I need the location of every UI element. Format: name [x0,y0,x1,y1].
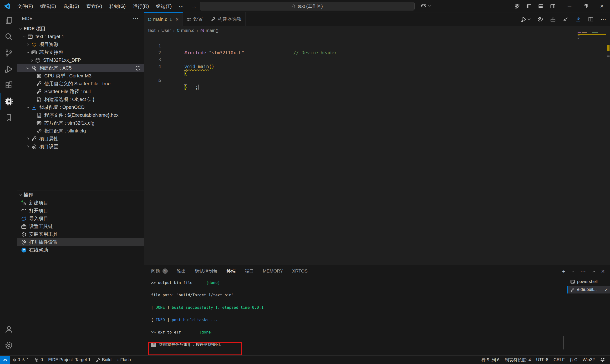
panel-tab-terminal[interactable]: 终端 [227,265,236,277]
restore-button[interactable] [578,0,594,13]
tree-item-use-custom-scatter[interactable]: 使用自定义的 Scatter File : true [17,80,144,88]
more-actions-icon[interactable]: ⋯ [600,16,607,23]
toggle-panel-icon[interactable] [538,3,544,9]
tree-item-program-file[interactable]: 程序文件 : ${ExecutableName}.hex [17,111,144,119]
split-editor-icon[interactable] [588,16,594,22]
minimize-button[interactable]: ─ [561,0,578,13]
activity-account[interactable] [0,321,17,337]
op-online-help[interactable]: 在线帮助 [17,246,144,254]
gear-icon[interactable] [537,16,543,22]
tree-item-project-attributes[interactable]: 项目属性 [17,135,144,143]
close-icon[interactable]: × [601,268,605,275]
tree-item-chip-support-pack[interactable]: 芯片支持包 [17,48,144,56]
terminal-item-eide-build[interactable]: eide.buil... ✓ [567,286,610,294]
op-open-plugin-settings[interactable]: 打开插件设置 [17,238,144,246]
menu-selection[interactable]: 选择(S) [60,2,83,11]
menu-terminal[interactable]: 终端(T) [153,2,175,11]
tree-item-interface-config[interactable]: 接口配置 : stlink.cfg [17,127,144,135]
panel-tab-memory[interactable]: MEMORY [263,265,283,277]
notifications-bell[interactable] [597,356,608,364]
copilot-menu[interactable] [421,3,431,9]
flash-button[interactable]: ↓ Flash [114,356,133,364]
close-button[interactable]: × [594,0,610,13]
op-open-project[interactable]: 打开项目 [17,207,144,215]
breadcrumb-file[interactable]: C main.c [177,28,195,33]
toggle-sidebar-icon[interactable] [526,3,532,9]
problems-status[interactable]: ⊗ 0 ⚠ 1 [10,356,32,364]
breadcrumb-folder[interactable]: User [161,28,171,33]
tab-settings[interactable]: 设置 [183,13,207,26]
more-actions-icon[interactable]: ⋯ [580,268,586,275]
activity-search[interactable] [0,29,17,45]
op-install-utility[interactable]: 安装实用工具 [17,230,144,238]
terminal-scrollbar[interactable] [563,336,564,350]
chevron-down-icon[interactable] [571,270,574,273]
maximize-panel-icon[interactable] [592,270,596,273]
tab-main-c[interactable]: C main.c 1 × [144,13,183,26]
encoding-status[interactable]: UTF-8 [533,356,551,364]
tree-item-builder-options[interactable]: 构建器选项 : Object {...} [17,95,144,104]
op-new-project[interactable]: 新建项目 [17,199,144,207]
tree-section-operations[interactable]: 操作 [17,191,144,199]
activity-explorer[interactable] [0,13,17,29]
activity-run-debug[interactable] [0,61,17,77]
panel-tab-debug-console[interactable]: 调试控制台 [195,265,218,277]
eide-project-status[interactable]: EIDE Project: Target 1 [46,356,93,364]
tree-item-project-settings[interactable]: 项目设置 [17,143,144,151]
customize-layout-icon[interactable] [514,3,520,9]
debug-run-button[interactable] [520,16,531,22]
command-center-search[interactable]: text (工作区) [200,2,415,11]
tree-item-build-config[interactable]: 构建配置 : AC5 [17,64,144,72]
menu-run[interactable]: 运行(R) [129,2,153,11]
activity-eide[interactable] [0,93,17,110]
activity-extensions[interactable] [0,77,17,93]
switch-config-icon[interactable] [135,65,140,71]
platform-status[interactable]: Win32 [580,356,597,364]
ports-status[interactable]: 0 [32,356,46,364]
breadcrumb-symbol[interactable]: main() [200,28,219,33]
panel-tab-xrtos[interactable]: XRTOS [292,265,308,277]
eol-status[interactable]: CRLF [551,356,567,364]
terminal-output[interactable]: >> output bin file [done] file path: "bu… [151,280,566,354]
forward-icon[interactable]: → [191,3,197,10]
panel-tab-output[interactable]: 输出 [177,265,186,277]
terminal-item-powershell[interactable]: powershell [567,278,610,286]
tree-item-project-resources[interactable]: 项目资源 [17,40,144,48]
menu-goto[interactable]: 转到(G) [106,2,130,11]
tree-item-scatter-path[interactable]: Scatter File 路径 : null [17,88,144,95]
menu-file[interactable]: 文件(F) [14,2,37,11]
tab-builder-options[interactable]: 构建器选项 [207,13,246,26]
cursor-position-status[interactable]: 行 5, 列 6 [479,356,502,364]
text-cursor [198,85,198,90]
tree-item-flash-config[interactable]: 烧录配置 : OpenOCD [17,104,144,111]
tree-item-cpu-type[interactable]: CPU 类型 : Cortex-M3 [17,72,144,80]
tree-item-chip-config[interactable]: 芯片配置 : stm32f1x.cfg [17,119,144,127]
panel-tab-problems[interactable]: 问题 1 [151,265,168,277]
op-import-project[interactable]: 导入项目 [17,215,144,222]
clean-brush-icon[interactable] [563,16,569,22]
close-icon[interactable]: × [176,16,179,23]
toggle-secondary-sidebar-icon[interactable] [550,3,556,9]
breadcrumb-folder[interactable]: text [148,28,156,33]
build-button[interactable]: Build [93,356,114,364]
menu-view[interactable]: 查看(V) [83,2,106,11]
tree-item-project-target[interactable]: text : Target 1 [17,33,144,40]
code-editor[interactable]: 1 #include "stm32f10x.h" // Device heade… [144,35,610,77]
tree-section-eide-project[interactable]: EIDE 项目 [17,25,144,33]
indent-status[interactable]: 制表符长度: 4 [502,356,533,364]
activity-source-control[interactable] [0,45,17,61]
menu-edit[interactable]: 编辑(E) [37,2,60,11]
minimap[interactable] [578,32,606,63]
build-icon[interactable] [550,16,556,22]
activity-settings[interactable] [0,337,17,353]
more-actions-icon[interactable]: ⋯ [133,15,139,22]
op-setup-toolchain[interactable]: 设置工具链 [17,222,144,230]
tree-item-stm32f1xx-dfp[interactable]: STM32F1xx_DFP [17,56,144,64]
activity-bookmarks[interactable] [0,110,17,126]
language-status[interactable]: {} C [567,356,580,364]
back-icon[interactable]: ← [179,3,185,10]
new-terminal-icon[interactable]: + [562,268,565,275]
flash-download-icon[interactable] [575,16,581,22]
remote-indicator[interactable]: >< [0,356,10,364]
panel-tab-ports[interactable]: 端口 [245,265,254,277]
